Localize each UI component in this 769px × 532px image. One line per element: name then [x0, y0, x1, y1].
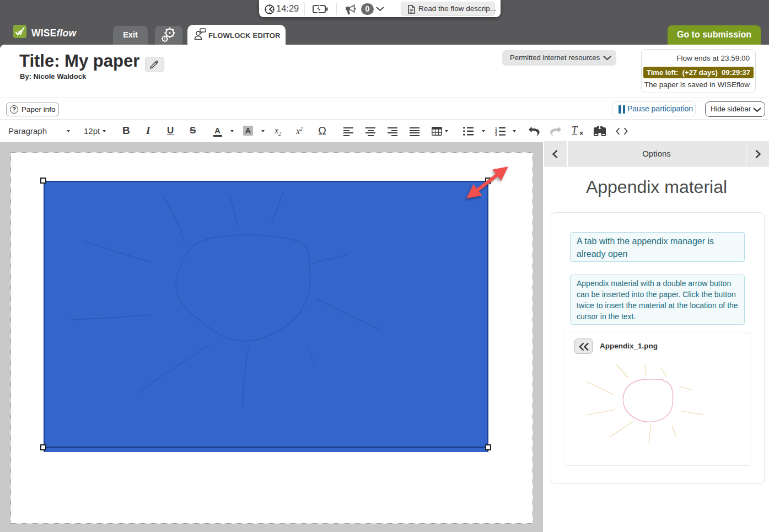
svg-text:3: 3 — [495, 133, 497, 137]
